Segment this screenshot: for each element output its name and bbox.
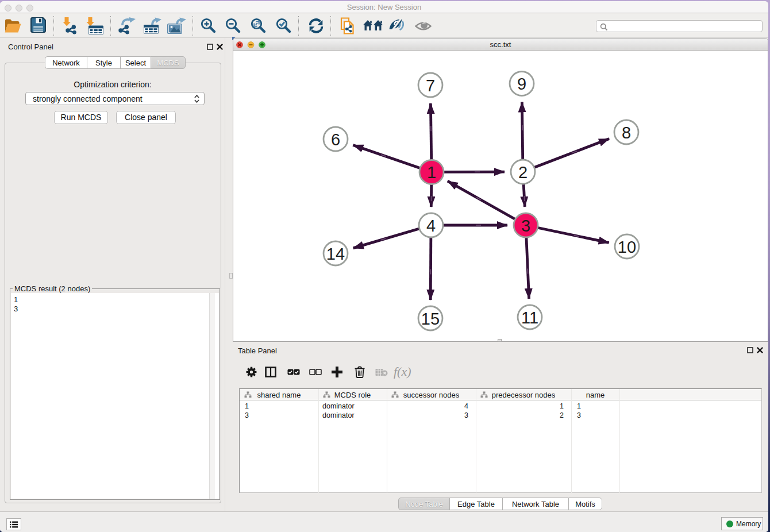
svg-text:7: 7 xyxy=(426,76,435,95)
svg-text:15: 15 xyxy=(421,310,440,328)
svg-text:1: 1 xyxy=(427,163,436,182)
svg-text:2: 2 xyxy=(518,163,528,182)
svg-text:3: 3 xyxy=(521,217,530,235)
svg-text:9: 9 xyxy=(517,75,526,93)
svg-text:8: 8 xyxy=(622,124,631,142)
svg-text:10: 10 xyxy=(618,238,636,256)
svg-text:11: 11 xyxy=(521,309,538,327)
svg-text:6: 6 xyxy=(331,130,340,149)
svg-text:4: 4 xyxy=(426,217,436,235)
svg-text:14: 14 xyxy=(326,245,345,263)
